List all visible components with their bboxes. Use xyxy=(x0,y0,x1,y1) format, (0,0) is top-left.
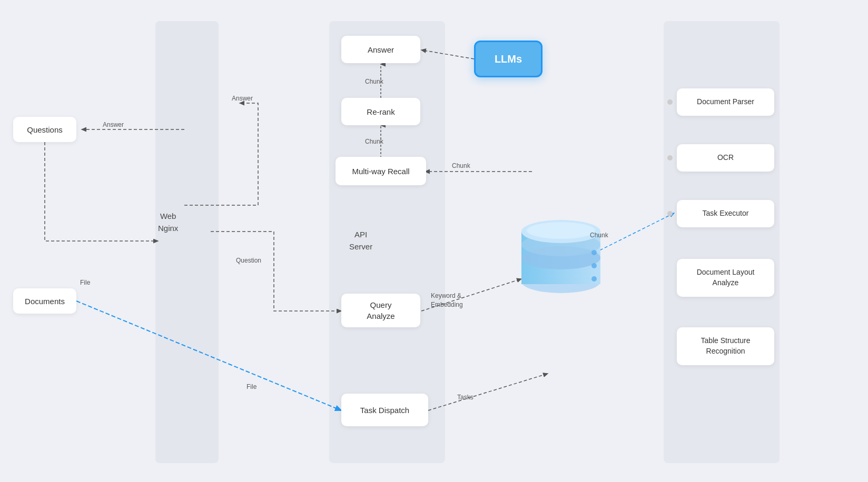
ocr-dot-1 xyxy=(665,88,675,116)
ocr-dot-2 xyxy=(665,144,675,172)
multiway-recall-node: Multi-way Recall xyxy=(336,157,426,185)
panel-right-far xyxy=(664,21,780,463)
database-icon xyxy=(516,189,606,297)
svg-point-10 xyxy=(667,155,673,160)
webnginx-label: Web Nginx xyxy=(158,210,178,234)
table-structure-node: Table StructureRecognition xyxy=(677,327,774,365)
task-executor-node: Task Executor xyxy=(677,200,774,227)
tasks-label: Tasks xyxy=(457,394,474,401)
keyword-embedding-label: Keyword &Embedding xyxy=(431,292,463,309)
panel-left xyxy=(155,21,219,463)
svg-point-7 xyxy=(591,263,597,268)
chunk-label-3: Chunk xyxy=(452,162,470,169)
svg-point-8 xyxy=(591,276,597,282)
answer-label-2: Answer xyxy=(232,95,253,102)
doc-layout-node: Document LayoutAnalyze xyxy=(677,259,774,297)
ocr-node: OCR xyxy=(677,144,774,172)
question-flow xyxy=(45,142,158,241)
chunk-label-4: Chunk xyxy=(590,232,608,239)
task-dispatch-node: Task Dispatch xyxy=(341,394,428,426)
file-label-2: File xyxy=(246,383,257,390)
task-to-db xyxy=(428,374,548,410)
answer-node: Answer xyxy=(341,36,420,63)
document-parser-node: Document Parser xyxy=(677,88,774,116)
answer-label-1: Answer xyxy=(103,121,124,128)
chunk-label-1: Chunk xyxy=(365,78,383,85)
question-label: Question xyxy=(236,257,261,264)
llms-node: LLMs xyxy=(474,41,542,77)
rerank-node: Re-rank xyxy=(341,98,420,125)
questions-node: Questions xyxy=(13,117,76,142)
svg-point-6 xyxy=(591,250,597,255)
ocr-dot-3 xyxy=(665,200,675,227)
query-analyze-node: QueryAnalyze xyxy=(341,294,420,327)
documents-node: Documents xyxy=(13,288,76,314)
svg-point-11 xyxy=(667,211,673,216)
webnginx-to-query xyxy=(211,232,341,311)
svg-point-5 xyxy=(527,222,595,239)
diagram-container: Questions Documents Web Nginx Answer Re-… xyxy=(0,0,868,482)
svg-point-9 xyxy=(667,99,673,105)
file-label-1: File xyxy=(80,279,90,286)
chunk-label-2: Chunk xyxy=(365,138,383,145)
api-server-label: API Server xyxy=(349,229,372,253)
